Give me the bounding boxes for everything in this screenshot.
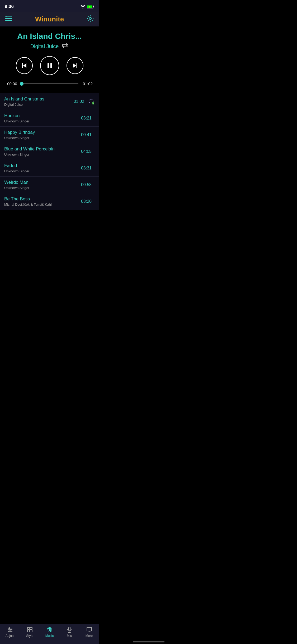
song-artist: Unknown Singer xyxy=(4,119,81,123)
total-time: 01:02 xyxy=(81,81,93,86)
svg-rect-16 xyxy=(76,63,77,68)
song-item[interactable]: Be The BossMichal Dvořáček & Tomáš Kahl0… xyxy=(0,193,99,210)
song-info: Be The BossMichal Dvořáček & Tomáš Kahl xyxy=(4,196,81,206)
prev-button[interactable] xyxy=(16,57,33,74)
song-artist: Unknown Singer xyxy=(4,153,81,157)
next-button[interactable] xyxy=(67,57,83,74)
song-info: An Island ChristmasDigital Juice xyxy=(4,96,74,107)
wifi-icon xyxy=(81,5,85,8)
song-item[interactable]: FadedUnknown Singer03:31 xyxy=(0,160,99,177)
status-bar: 9:36 ⚡ xyxy=(0,0,99,12)
headphone-icon: ✓ xyxy=(87,98,95,105)
svg-rect-12 xyxy=(22,63,23,68)
progress-dot xyxy=(20,82,23,86)
song-item[interactable]: An Island ChristmasDigital Juice01:02 ✓ xyxy=(0,93,99,110)
song-info: Blue and White PorcelainUnknown Singer xyxy=(4,146,81,157)
player-song-title: An Island Chris... xyxy=(5,32,94,41)
player-section: An Island Chris... Digital Juice xyxy=(0,26,99,93)
song-info: Weirdo ManUnknown Singer xyxy=(4,180,81,190)
song-info: FadedUnknown Singer xyxy=(4,163,81,173)
song-duration: 03:20 xyxy=(81,199,92,204)
song-artist: Unknown Singer xyxy=(4,136,81,140)
song-duration: 00:58 xyxy=(81,182,92,187)
status-time: 9:36 xyxy=(5,4,14,9)
header: Winunite xyxy=(0,12,99,26)
song-item[interactable]: HorizonUnknown Singer03:21 xyxy=(0,110,99,127)
svg-rect-9 xyxy=(5,20,7,21)
app-title: Winunite xyxy=(35,15,64,23)
progress-row: 00:00 01:02 xyxy=(5,81,94,90)
song-title: Happy Birthday xyxy=(4,130,81,135)
player-artist: Digital Juice xyxy=(30,43,59,49)
svg-marker-15 xyxy=(73,63,76,68)
pause-button[interactable] xyxy=(40,56,59,75)
song-artist: Unknown Singer xyxy=(4,169,81,173)
song-title: Faded xyxy=(4,163,81,168)
svg-point-10 xyxy=(89,17,91,20)
song-duration: 00:41 xyxy=(81,132,92,137)
song-title: Weirdo Man xyxy=(4,180,81,185)
svg-rect-13 xyxy=(48,63,49,68)
status-icons: ⚡ xyxy=(81,5,94,8)
svg-text:⚡: ⚡ xyxy=(88,6,91,8)
current-time: 00:00 xyxy=(6,81,18,86)
progress-bar[interactable] xyxy=(21,83,78,84)
song-duration: 04:05 xyxy=(81,149,92,154)
song-duration: 03:21 xyxy=(81,116,92,121)
settings-icon[interactable] xyxy=(87,15,94,23)
svg-rect-7 xyxy=(5,16,7,17)
song-info: Happy BirthdayUnknown Singer xyxy=(4,130,81,140)
song-item[interactable]: Blue and White PorcelainUnknown Singer04… xyxy=(0,143,99,160)
song-item[interactable]: Weirdo ManUnknown Singer00:58 xyxy=(0,177,99,193)
svg-text:✓: ✓ xyxy=(93,102,94,104)
song-title: Blue and White Porcelain xyxy=(4,146,81,152)
song-list: An Island ChristmasDigital Juice01:02 ✓ … xyxy=(0,93,99,210)
song-artist: Michal Dvořáček & Tomáš Kahl xyxy=(4,203,81,206)
menu-icon[interactable] xyxy=(5,16,12,22)
song-title: An Island Christmas xyxy=(4,96,74,102)
song-title: Horizon xyxy=(4,113,81,118)
repeat-icon[interactable] xyxy=(62,43,69,50)
song-duration: 01:02 xyxy=(74,99,84,104)
svg-rect-14 xyxy=(50,63,52,68)
song-artist: Unknown Singer xyxy=(4,186,81,190)
song-info: HorizonUnknown Singer xyxy=(4,113,81,123)
song-duration: 03:31 xyxy=(81,166,92,171)
svg-rect-8 xyxy=(5,18,7,19)
artist-row: Digital Juice xyxy=(5,43,94,50)
svg-rect-1 xyxy=(93,6,94,7)
song-item[interactable]: Happy BirthdayUnknown Singer00:41 xyxy=(0,127,99,143)
song-title: Be The Boss xyxy=(4,196,81,202)
song-artist: Digital Juice xyxy=(4,103,74,107)
battery-icon: ⚡ xyxy=(87,5,94,8)
player-controls xyxy=(5,56,94,75)
svg-marker-11 xyxy=(23,63,26,68)
